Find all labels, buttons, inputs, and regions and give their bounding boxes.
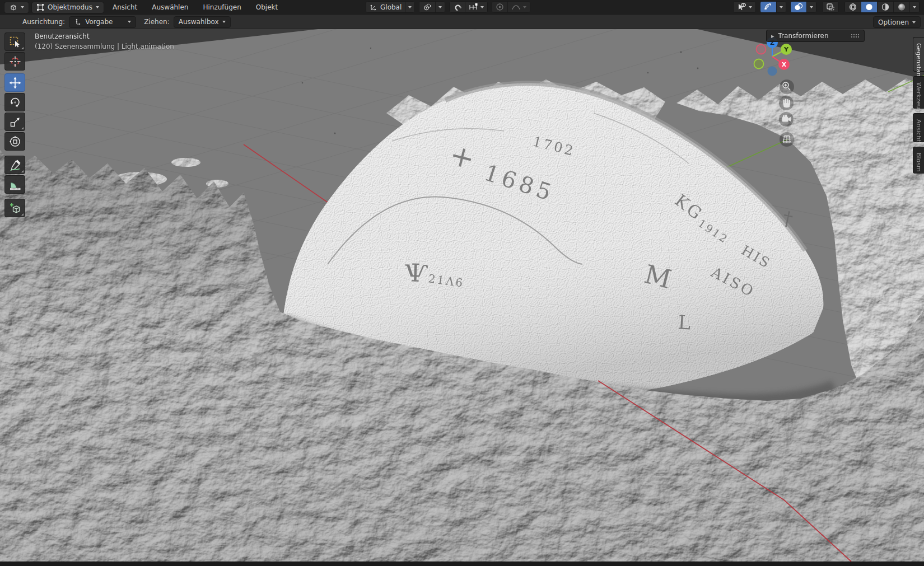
tool-transform[interactable] [4,132,25,151]
shading-material-button[interactable] [877,2,893,12]
solid-sphere-icon [865,3,874,11]
view-info-overlay: Benutzeransicht (120) Szenensammlung | L… [35,31,174,52]
xray-toggle[interactable] [822,1,839,13]
sidebar-tab-gegenstand[interactable]: Gegenstand [913,37,924,72]
orientation-setting-value: Vorgabe [85,18,113,26]
tool-scale[interactable] [4,113,25,131]
magnet-icon [453,3,461,11]
shading-dropdown[interactable] [909,2,919,12]
chevron-down-icon [21,6,24,8]
chevron-down-icon [438,6,442,8]
tool-settings-bar: Ausrichtung: Vorgabe Ziehen: Auswahlbox … [0,15,924,29]
options-label: Optionen [878,18,909,26]
menu-objekt[interactable]: Objekt [250,0,284,15]
gizmo-axis-neg-x[interactable] [757,45,766,54]
orientation-label: Global [380,3,402,11]
transform-vorgabe-icon [74,18,82,26]
drag-setting-value: Auswahlbox [179,18,219,26]
options-button[interactable]: Optionen [873,16,921,28]
status-bar [0,562,924,566]
transform-orientation-dropdown[interactable]: Global [366,1,415,13]
overlays-icon [794,3,803,11]
gizmo-x-label: X [782,61,787,68]
sidebar-tab-werkzeug[interactable]: Werkzeug [913,76,924,109]
tool-measure[interactable] [4,175,25,194]
object-visibility-dropdown[interactable] [733,1,756,13]
orientation-setting-label: Ausrichtung: [22,18,65,26]
overlays-group [790,1,816,13]
shading-mode-group [844,1,920,13]
rendered-sphere-icon [897,3,906,11]
chevron-down-icon [810,6,813,8]
chevron-down-icon [128,21,131,23]
gizmo-icon [764,3,773,11]
overlays-dropdown[interactable] [806,2,816,12]
gizmos-dropdown[interactable] [776,2,786,12]
view-name-label: Benutzeransicht [35,31,174,41]
gizmos-group [760,1,786,13]
viewport-canvas[interactable]: + 1685 1702 KG 1912 † HIS AISO M L Ѱ 21Λ… [0,29,924,562]
zoom-button[interactable] [780,79,794,94]
menu-auswaehlen[interactable]: Auswählen [146,0,194,15]
tool-cursor[interactable] [4,52,25,71]
sidebar-tab-blosm[interactable]: Blosm [913,147,924,174]
gizmo-axis-neg-z[interactable] [768,67,777,76]
pointer-eye-icon [737,3,746,11]
global-orientation-icon [370,3,378,11]
wireframe-sphere-icon [848,3,857,11]
3d-viewport-editor-icon [9,3,17,12]
chevron-down-icon [222,21,226,23]
gizmo-y-label: Y [783,46,789,53]
gizmos-toggle[interactable] [760,2,776,12]
shading-solid-button[interactable] [861,2,877,12]
shading-wireframe-button[interactable] [845,2,861,12]
tool-move[interactable] [4,73,25,92]
active-collection-label: (120) Szenensammlung | Light.animation [35,41,174,52]
chevron-down-icon [912,21,916,24]
tool-annotate[interactable] [4,156,25,174]
camera-view-button[interactable] [779,112,794,127]
pivot-point-icon [423,3,432,12]
pan-hand-button[interactable] [779,96,794,110]
sidebar-tab-strip: Gegenstand Werkzeug Ansicht Blosm [913,37,924,174]
orientation-setting-dropdown[interactable]: Vorgabe [69,16,136,28]
proportional-editing-toggle[interactable] [492,2,507,12]
engraving-tree-glyph: Ѱ [404,258,429,287]
drag-setting-dropdown[interactable]: Auswahlbox [174,16,231,28]
gizmo-axis-neg-y[interactable] [754,59,764,69]
panel-title: Transformieren [778,32,829,40]
proportional-circle-icon [496,3,504,11]
chevron-down-icon [780,6,783,8]
panel-drag-handle[interactable] [851,34,860,38]
snap-target-dropdown[interactable] [465,2,487,12]
material-sphere-icon [881,3,890,11]
menu-hinzufuegen[interactable]: Hinzufügen [197,0,247,15]
toolbar [4,32,25,217]
tool-select-box[interactable] [4,32,25,51]
pivot-point-dropdown[interactable] [419,1,445,13]
3d-viewport[interactable]: + 1685 1702 KG 1912 † HIS AISO M L Ѱ 21Λ… [0,29,924,562]
xray-icon [826,3,835,11]
drag-setting-label: Ziehen: [144,18,170,26]
transform-panel-header[interactable]: ▸ Transformieren [766,30,865,42]
chevron-down-icon [96,6,99,8]
grid-toggle-button[interactable] [780,132,794,147]
object-mode-icon [36,3,44,11]
engraving-l-mark: L [677,311,691,334]
falloff-dropdown[interactable] [507,2,530,12]
blender-window: Objektmodus Ansicht Auswählen Hinzufügen… [0,0,924,566]
chevron-down-icon [480,6,484,8]
chevron-down-icon [913,6,916,8]
snap-toggle[interactable] [450,2,465,12]
shading-rendered-button[interactable] [893,2,909,12]
tool-rotate[interactable] [4,93,25,111]
mode-selector[interactable]: Objektmodus [31,2,104,13]
editor-type-button[interactable] [4,2,29,13]
menu-ansicht[interactable]: Ansicht [106,0,143,15]
tool-add-cube[interactable] [4,199,25,217]
snapping-group [449,1,488,13]
chevron-down-icon [749,6,752,8]
chevron-down-icon [523,6,526,8]
overlays-toggle[interactable] [791,2,806,12]
sidebar-tab-ansicht[interactable]: Ansicht [913,113,924,142]
